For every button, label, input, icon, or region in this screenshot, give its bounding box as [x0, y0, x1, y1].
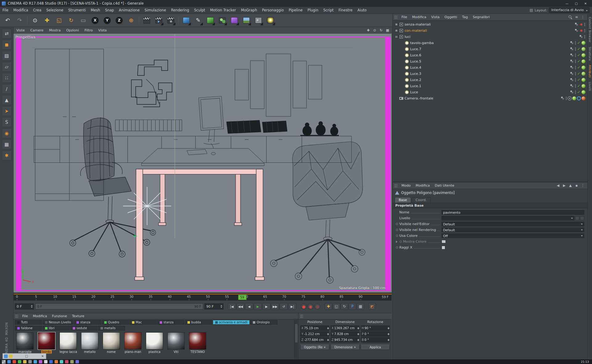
spinner-arrows-icon[interactable] — [357, 339, 359, 341]
menu-item[interactable]: Modifica — [11, 7, 31, 14]
locked-workplane[interactable]: ▦ — [2, 140, 12, 149]
sphere-tag-icon[interactable] — [582, 41, 586, 45]
menu-item[interactable]: File — [0, 7, 11, 14]
taskbar-app-icon[interactable] — [65, 360, 68, 363]
rotation-b-value[interactable]: 0 ° — [364, 338, 388, 342]
zoom-view-icon[interactable]: ⊙ — [372, 28, 377, 33]
material-item[interactable]: maniglie — [15, 332, 35, 354]
object-row[interactable]: + senza-materiali — [393, 21, 587, 27]
points-mode[interactable]: ∷ — [2, 73, 12, 83]
sphere-tag-icon[interactable] — [582, 66, 586, 70]
object-manager-menu-item[interactable]: Vista — [429, 14, 442, 20]
menu-item[interactable]: Strumenti — [66, 7, 88, 14]
texture-mode[interactable]: ▨ — [2, 51, 12, 61]
layers-tag-icon[interactable] — [570, 66, 574, 70]
spline-pen-menu[interactable]: ✎ — [192, 15, 204, 26]
layers-tag-icon[interactable] — [570, 78, 574, 82]
viewport-menu-item[interactable]: Vista — [96, 27, 109, 33]
search-icon[interactable] — [568, 15, 573, 19]
layer-tab[interactable]: libri — [43, 326, 70, 330]
loop-button[interactable]: ↺ — [280, 303, 288, 310]
object-row[interactable]: tavolo-gamba — [393, 40, 587, 46]
sphere-tag-icon[interactable] — [582, 90, 586, 94]
section-header[interactable]: Proprietà Base — [393, 203, 587, 208]
anim-dot-icon[interactable] — [396, 235, 398, 237]
size-y-value[interactable]: 7.828 cm — [334, 332, 357, 336]
circle-tag-icon[interactable] — [577, 96, 581, 100]
spinner-arrows-icon[interactable] — [31, 305, 34, 308]
material-preview-sphere[interactable] — [146, 332, 163, 350]
xray-checkbox[interactable] — [442, 246, 445, 249]
object-row[interactable]: Camera.-frontale — [393, 95, 587, 101]
layer-tab[interactable]: stanza — [74, 320, 101, 325]
prev-key-button[interactable]: ◀◀ — [236, 303, 245, 310]
use-color-select[interactable]: Off — [442, 233, 584, 238]
nav-up-icon[interactable]: ▲ — [568, 184, 573, 188]
pan-view-icon[interactable]: ✚ — [365, 28, 371, 33]
object-name[interactable]: Luce.2 — [410, 78, 421, 82]
material-name[interactable]: Viti — [173, 350, 179, 354]
object-row[interactable]: Luce.3 — [393, 71, 587, 77]
spinner-arrows-icon[interactable] — [357, 327, 359, 330]
taskbar-app-icon[interactable] — [49, 360, 53, 363]
spinner-arrows-icon[interactable] — [327, 333, 329, 335]
position-z-field[interactable]: Z-277.684 cm — [300, 337, 329, 342]
taskbar-app-icon[interactable] — [28, 360, 32, 363]
nav-back-icon[interactable]: ◀ — [556, 184, 560, 188]
workplane-mode[interactable]: ▱ — [2, 62, 12, 72]
layer-tab[interactable]: sedute — [70, 326, 97, 330]
lock-x-axis[interactable]: X — [89, 15, 101, 26]
goto-start-button[interactable]: |◀ — [228, 303, 236, 310]
dots-tag-icon[interactable] — [575, 90, 576, 94]
polygons-mode[interactable]: ▲ — [2, 95, 12, 105]
anim-dot-icon[interactable] — [396, 229, 398, 231]
lock-y-axis[interactable]: Y — [101, 15, 113, 26]
size-header[interactable]: Dimensione — [331, 320, 360, 324]
check-tag-icon[interactable] — [577, 53, 581, 57]
attribute-menu-item[interactable]: Modifica — [413, 182, 432, 189]
material-item[interactable]: plastica — [145, 332, 164, 354]
render-settings-button[interactable] — [165, 15, 176, 26]
check-tag-icon[interactable] — [577, 59, 581, 63]
material-item[interactable]: legno lacca — [59, 332, 78, 354]
dots-tag-icon[interactable] — [575, 78, 576, 82]
taskbar-app-icon[interactable] — [39, 360, 42, 363]
position-x-field[interactable]: X75.19 cm — [300, 326, 329, 331]
record-keyframe-button[interactable]: ● — [301, 303, 307, 309]
undo-button[interactable]: ↶ — [2, 15, 13, 26]
paint-colors[interactable]: ◉ — [2, 128, 12, 138]
dots-tag-icon[interactable] — [575, 84, 576, 88]
object-manager-menu-item[interactable]: Modifica — [409, 14, 429, 20]
timeline-ruler[interactable]: 051015202530354045505560657075808590 59 … — [14, 294, 392, 301]
check-tag-icon[interactable] — [577, 78, 581, 82]
material-name[interactable]: plastica — [148, 350, 162, 354]
menu-item[interactable]: Snap — [103, 7, 117, 14]
dots-tag-icon[interactable] — [575, 41, 576, 45]
object-row[interactable]: + con-materiali — [393, 27, 587, 34]
material-name[interactable]: TESTANO — [190, 350, 206, 354]
material-preview-sphere[interactable] — [81, 332, 98, 350]
sphere-tag-icon[interactable] — [572, 96, 576, 100]
generators-menu[interactable] — [204, 15, 216, 26]
material-menu-item[interactable]: Modifica — [30, 313, 49, 319]
timeline-current-marker[interactable]: 59 — [238, 295, 246, 300]
menu-item[interactable]: MoGraph — [238, 7, 259, 14]
object-name[interactable]: Luce.3 — [410, 72, 421, 76]
attribute-menu-item[interactable]: Dati Utente — [432, 182, 457, 189]
spinner-arrows-icon[interactable] — [220, 305, 223, 308]
viewport-view-label[interactable]: Prospettiva — [15, 35, 35, 39]
menu-item[interactable]: Selezione — [44, 7, 66, 14]
spinner-arrows-icon[interactable] — [388, 339, 389, 341]
menu-item[interactable]: Plugin — [305, 7, 321, 14]
primitive-cube-menu[interactable] — [180, 15, 192, 26]
sphere-tag-icon[interactable] — [582, 47, 586, 51]
dots-tag-icon[interactable] — [565, 96, 567, 100]
object-row[interactable]: Luce.4 — [393, 64, 587, 71]
layer-tab[interactable]: Tutti — [15, 320, 42, 325]
material-preview-sphere[interactable] — [103, 332, 120, 350]
object-manager-menu-item[interactable]: Segnalibri — [470, 14, 492, 20]
taskbar-app-icon[interactable] — [13, 360, 16, 363]
position-x-value[interactable]: 75.19 cm — [304, 326, 327, 330]
dots-tag-icon[interactable] — [575, 47, 576, 51]
anim-dot-icon[interactable] — [396, 223, 398, 225]
